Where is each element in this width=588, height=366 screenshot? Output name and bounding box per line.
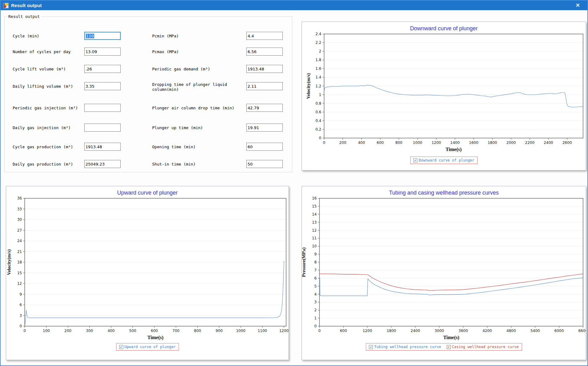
- svg-text:1.2: 1.2: [315, 84, 321, 88]
- input-value: 6.56: [248, 49, 256, 54]
- input-daily-lifting-volume-m[interactable]: 3.35: [84, 82, 121, 90]
- svg-text:24: 24: [17, 239, 22, 243]
- svg-text:6: 6: [19, 303, 22, 307]
- input-cycle-lift-volume-m[interactable]: .26: [84, 65, 121, 73]
- input-value: 4.4: [248, 34, 254, 38]
- svg-text:2.4: 2.4: [315, 32, 321, 36]
- svg-text:7: 7: [314, 268, 317, 272]
- pressure-legend: ✔Tubing wellhead pressure curve✔Casing w…: [366, 343, 522, 351]
- svg-text:36: 36: [17, 196, 22, 200]
- svg-text:0: 0: [23, 329, 26, 333]
- svg-text:0: 0: [319, 136, 321, 140]
- input-dropping-time-of-plunger-liquid-column-min[interactable]: 2.11: [246, 82, 283, 90]
- svg-text:1100: 1100: [258, 329, 267, 333]
- svg-text:15: 15: [17, 271, 22, 275]
- svg-text:300: 300: [86, 329, 93, 333]
- field-label-cycle-lift-volume-m: Cycle lift volume (m³): [13, 65, 82, 73]
- legend-item-tubing-wellhead-pressure-curve: ✔Tubing wellhead pressure curve: [369, 345, 441, 349]
- input-value: 1913.48: [85, 145, 102, 149]
- svg-text:6: 6: [314, 276, 317, 280]
- input-daily-gas-production-m[interactable]: 25049.23: [84, 160, 121, 168]
- svg-text:1000: 1000: [236, 329, 246, 333]
- svg-text:9: 9: [19, 292, 22, 297]
- svg-text:0.4: 0.4: [315, 119, 321, 123]
- legend-checkbox-upward-curve-of-plunger[interactable]: ✔: [119, 345, 123, 349]
- titlebar[interactable]: Result output ✕: [1, 1, 587, 10]
- input-value: 25049.23: [85, 162, 105, 166]
- legend-label: Casing wellhead pressure curve: [452, 345, 519, 349]
- svg-text:3000: 3000: [435, 329, 444, 333]
- input-value: 19.91: [248, 125, 259, 130]
- legend-checkbox-downward-curve-of-plunger[interactable]: ✔: [413, 158, 417, 162]
- legend-item-downward-curve-of-plunger: ✔Downward curve of plunger: [413, 158, 474, 162]
- svg-text:Tubing and casing wellhead pre: Tubing and casing wellhead pressure curv…: [389, 190, 499, 196]
- svg-text:0.8: 0.8: [315, 101, 321, 106]
- svg-text:12: 12: [312, 228, 317, 233]
- input-periodic-gas-injection-m[interactable]: [84, 104, 121, 112]
- svg-text:600: 600: [340, 329, 347, 333]
- svg-text:800: 800: [194, 329, 201, 333]
- input-number-of-cycles-per-day[interactable]: 13.09: [84, 48, 121, 56]
- input-cycle-gas-production-m[interactable]: 1913.48: [84, 143, 121, 151]
- legend-label: Downward curve of plunger: [419, 158, 474, 162]
- svg-text:11: 11: [312, 236, 317, 240]
- svg-text:2.2: 2.2: [315, 40, 321, 45]
- svg-text:1: 1: [319, 93, 321, 97]
- svg-text:700: 700: [173, 329, 180, 333]
- input-value: 3.35: [85, 84, 94, 89]
- legend-item-casing-wellhead-pressure-curve: ✔Casing wellhead pressure curve: [447, 345, 519, 349]
- svg-text:Upward curve of plunger: Upward curve of plunger: [117, 190, 177, 196]
- close-button[interactable]: ✕: [571, 2, 585, 9]
- field-label-periodic-gas-injection-m: Periodic gas injection (m³): [13, 104, 82, 112]
- groupbox-title: Result output: [7, 14, 41, 19]
- svg-text:400: 400: [108, 329, 115, 333]
- svg-text:33: 33: [17, 207, 22, 211]
- svg-text:5: 5: [314, 284, 317, 288]
- svg-text:6000: 6000: [554, 329, 564, 333]
- svg-text:900: 900: [216, 329, 223, 333]
- svg-text:100: 100: [43, 329, 50, 333]
- field-label-periodic-gas-demand-m: Periodic gas demand (m³): [152, 65, 245, 73]
- upward-chart: Upward curve of plunger03691215182124273…: [6, 186, 289, 342]
- pressure-curves-chart-panel: Tubing and casing wellhead pressure curv…: [302, 186, 586, 360]
- input-shut-in-time-min[interactable]: 50: [246, 160, 283, 168]
- svg-text:4: 4: [314, 292, 317, 297]
- field-label-daily-gas-injection-m: Daily gas injection (m³): [13, 124, 82, 132]
- legend-checkbox-casing-wellhead-pressure-curve[interactable]: ✔: [447, 345, 451, 349]
- svg-text:0.6: 0.6: [315, 110, 321, 114]
- field-label-daily-lifting-volume-m: Daily lifting volume (m³): [13, 82, 82, 90]
- svg-text:9: 9: [314, 252, 317, 256]
- field-label-pcmax-mpa: Pcmax (MPa): [152, 48, 245, 56]
- svg-text:3: 3: [19, 313, 22, 318]
- svg-text:Time(s): Time(s): [443, 335, 459, 340]
- legend-label: Upward curve of plunger: [124, 345, 176, 349]
- svg-text:1200: 1200: [432, 141, 441, 145]
- svg-text:Velocity(m/s): Velocity(m/s): [306, 73, 311, 99]
- svg-text:3: 3: [314, 300, 317, 304]
- svg-text:16: 16: [312, 196, 317, 200]
- field-label-pcmin-mpa: Pcmin (MPa): [152, 32, 245, 40]
- input-periodic-gas-demand-m[interactable]: 1913.48: [246, 65, 283, 73]
- input-cycle-min[interactable]: 110: [84, 32, 121, 40]
- svg-text:27: 27: [17, 228, 22, 233]
- field-label-cycle-min: Cycle (min): [13, 32, 82, 40]
- input-plunger-up-time-min[interactable]: 19.91: [246, 124, 283, 132]
- input-value: 1913.48: [248, 67, 264, 71]
- svg-text:2000: 2000: [507, 141, 516, 145]
- input-daily-gas-injection-m[interactable]: [84, 124, 121, 132]
- svg-text:3600: 3600: [459, 329, 468, 333]
- svg-text:1800: 1800: [387, 329, 396, 333]
- input-plunger-air-column-drop-time-min[interactable]: 42.79: [246, 104, 283, 112]
- input-pcmax-mpa[interactable]: 6.56: [246, 48, 283, 56]
- field-label-plunger-air-column-drop-time-min: Plunger air column drop time (min): [152, 104, 245, 112]
- legend-checkbox-tubing-wellhead-pressure-curve[interactable]: ✔: [369, 345, 373, 349]
- svg-text:Time(s): Time(s): [445, 147, 461, 152]
- input-opening-time-min[interactable]: 60: [246, 143, 283, 151]
- input-value: 42.79: [248, 106, 259, 110]
- input-pcmin-mpa[interactable]: 4.4: [246, 32, 283, 40]
- svg-text:21: 21: [17, 250, 22, 254]
- window-title: Result output: [11, 3, 42, 8]
- app-window: Result output ✕ Result output Cycle (min…: [0, 0, 588, 366]
- downward-curve-chart-panel: Downward curve of plunger00.20.40.60.811…: [302, 22, 586, 170]
- field-label-shut-in-time-min: Shut-in time (min): [152, 160, 245, 168]
